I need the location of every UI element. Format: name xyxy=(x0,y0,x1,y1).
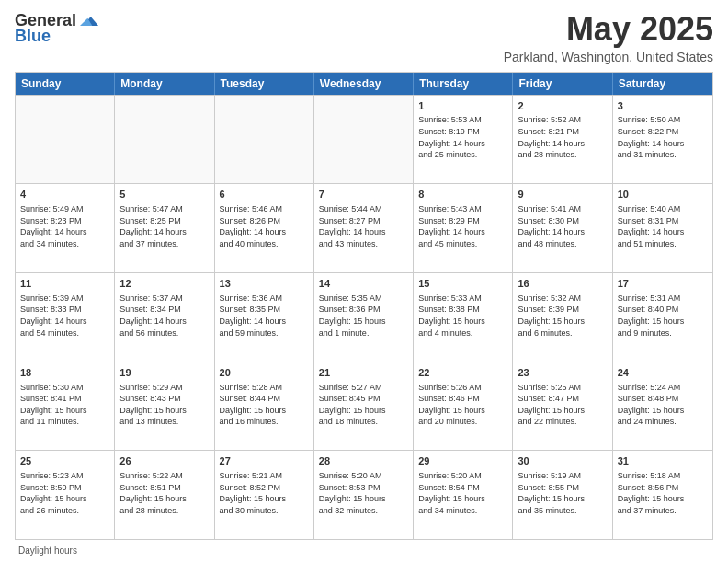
day-cell-11: 11Sunrise: 5:39 AM Sunset: 8:33 PM Dayli… xyxy=(16,273,115,362)
footer: Daylight hours xyxy=(15,546,713,556)
day-number: 30 xyxy=(518,454,607,468)
day-number: 25 xyxy=(20,454,109,468)
day-number: 1 xyxy=(418,99,507,113)
title-section: May 2025 Parkland, Washington, United St… xyxy=(504,11,713,64)
header-day-tuesday: Tuesday xyxy=(215,73,314,95)
day-content: Sunrise: 5:31 AM Sunset: 8:40 PM Dayligh… xyxy=(618,293,708,339)
day-content: Sunrise: 5:36 AM Sunset: 8:35 PM Dayligh… xyxy=(220,293,309,339)
day-number: 16 xyxy=(518,277,607,291)
header: General Blue May 2025 Parkland, Washingt… xyxy=(15,11,713,64)
logo: General Blue xyxy=(15,11,98,46)
day-content: Sunrise: 5:43 AM Sunset: 8:29 PM Dayligh… xyxy=(418,203,507,249)
logo-blue-text: Blue xyxy=(15,27,51,46)
day-content: Sunrise: 5:46 AM Sunset: 8:26 PM Dayligh… xyxy=(220,203,309,249)
day-number: 22 xyxy=(418,366,507,380)
day-number: 23 xyxy=(518,366,607,380)
day-number: 24 xyxy=(618,366,708,380)
day-content: Sunrise: 5:52 AM Sunset: 8:21 PM Dayligh… xyxy=(518,114,607,160)
day-content: Sunrise: 5:22 AM Sunset: 8:51 PM Dayligh… xyxy=(119,470,209,516)
day-cell-15: 15Sunrise: 5:33 AM Sunset: 8:38 PM Dayli… xyxy=(414,273,513,362)
day-content: Sunrise: 5:47 AM Sunset: 8:25 PM Dayligh… xyxy=(119,203,209,249)
calendar-row-1: 1Sunrise: 5:53 AM Sunset: 8:19 PM Daylig… xyxy=(16,95,712,184)
day-number: 11 xyxy=(20,277,109,291)
header-day-monday: Monday xyxy=(115,73,214,95)
day-cell-18: 18Sunrise: 5:30 AM Sunset: 8:41 PM Dayli… xyxy=(16,362,115,451)
day-cell-28: 28Sunrise: 5:20 AM Sunset: 8:53 PM Dayli… xyxy=(314,451,414,539)
day-content: Sunrise: 5:32 AM Sunset: 8:39 PM Dayligh… xyxy=(518,293,607,339)
day-number: 8 xyxy=(418,188,507,201)
calendar-row-3: 11Sunrise: 5:39 AM Sunset: 8:33 PM Dayli… xyxy=(16,272,712,362)
calendar-row-2: 4Sunrise: 5:49 AM Sunset: 8:23 PM Daylig… xyxy=(16,183,712,272)
day-number: 15 xyxy=(418,277,507,291)
day-cell-21: 21Sunrise: 5:27 AM Sunset: 8:45 PM Dayli… xyxy=(314,362,414,451)
day-number: 3 xyxy=(618,99,708,113)
day-content: Sunrise: 5:18 AM Sunset: 8:56 PM Dayligh… xyxy=(618,470,708,516)
logo-icon xyxy=(80,12,98,30)
day-content: Sunrise: 5:26 AM Sunset: 8:46 PM Dayligh… xyxy=(418,382,507,428)
day-cell-30: 30Sunrise: 5:19 AM Sunset: 8:55 PM Dayli… xyxy=(513,451,612,539)
day-content: Sunrise: 5:50 AM Sunset: 8:22 PM Dayligh… xyxy=(618,114,708,160)
day-content: Sunrise: 5:49 AM Sunset: 8:23 PM Dayligh… xyxy=(20,203,109,249)
header-day-saturday: Saturday xyxy=(613,73,712,95)
day-cell-2: 2Sunrise: 5:52 AM Sunset: 8:21 PM Daylig… xyxy=(513,96,612,184)
day-number: 20 xyxy=(220,366,309,380)
day-number: 13 xyxy=(220,277,309,291)
day-content: Sunrise: 5:37 AM Sunset: 8:34 PM Dayligh… xyxy=(119,293,209,339)
day-cell-14: 14Sunrise: 5:35 AM Sunset: 8:36 PM Dayli… xyxy=(314,273,414,362)
day-number: 4 xyxy=(20,188,109,201)
day-cell-empty-r0c1 xyxy=(115,96,214,184)
day-cell-1: 1Sunrise: 5:53 AM Sunset: 8:19 PM Daylig… xyxy=(414,96,513,184)
day-cell-22: 22Sunrise: 5:26 AM Sunset: 8:46 PM Dayli… xyxy=(414,362,513,451)
day-number: 5 xyxy=(119,188,209,201)
day-cell-empty-r0c3 xyxy=(314,96,414,184)
day-cell-27: 27Sunrise: 5:21 AM Sunset: 8:52 PM Dayli… xyxy=(215,451,314,539)
day-number: 21 xyxy=(319,366,408,380)
day-content: Sunrise: 5:40 AM Sunset: 8:31 PM Dayligh… xyxy=(618,203,708,249)
day-cell-12: 12Sunrise: 5:37 AM Sunset: 8:34 PM Dayli… xyxy=(115,273,214,362)
header-day-wednesday: Wednesday xyxy=(314,73,414,95)
day-cell-29: 29Sunrise: 5:20 AM Sunset: 8:54 PM Dayli… xyxy=(414,451,513,539)
day-number: 28 xyxy=(319,454,408,468)
day-cell-25: 25Sunrise: 5:23 AM Sunset: 8:50 PM Dayli… xyxy=(16,451,115,539)
day-content: Sunrise: 5:19 AM Sunset: 8:55 PM Dayligh… xyxy=(518,470,607,516)
day-cell-26: 26Sunrise: 5:22 AM Sunset: 8:51 PM Dayli… xyxy=(115,451,214,539)
day-cell-8: 8Sunrise: 5:43 AM Sunset: 8:29 PM Daylig… xyxy=(414,184,513,272)
day-cell-16: 16Sunrise: 5:32 AM Sunset: 8:39 PM Dayli… xyxy=(513,273,612,362)
day-content: Sunrise: 5:44 AM Sunset: 8:27 PM Dayligh… xyxy=(319,203,408,249)
day-cell-31: 31Sunrise: 5:18 AM Sunset: 8:56 PM Dayli… xyxy=(613,451,712,539)
day-content: Sunrise: 5:24 AM Sunset: 8:48 PM Dayligh… xyxy=(618,382,708,428)
day-content: Sunrise: 5:28 AM Sunset: 8:44 PM Dayligh… xyxy=(220,382,309,428)
header-day-thursday: Thursday xyxy=(414,73,513,95)
day-number: 10 xyxy=(618,188,708,201)
header-day-sunday: Sunday xyxy=(16,73,115,95)
day-content: Sunrise: 5:33 AM Sunset: 8:38 PM Dayligh… xyxy=(418,293,507,339)
day-cell-empty-r0c2 xyxy=(215,96,314,184)
day-number: 31 xyxy=(618,454,708,468)
day-number: 12 xyxy=(119,277,209,291)
day-cell-empty-r0c0 xyxy=(16,96,115,184)
calendar-row-5: 25Sunrise: 5:23 AM Sunset: 8:50 PM Dayli… xyxy=(16,450,712,539)
day-number: 29 xyxy=(418,454,507,468)
day-cell-20: 20Sunrise: 5:28 AM Sunset: 8:44 PM Dayli… xyxy=(215,362,314,451)
day-number: 6 xyxy=(220,188,309,201)
day-content: Sunrise: 5:27 AM Sunset: 8:45 PM Dayligh… xyxy=(319,382,408,428)
day-number: 18 xyxy=(20,366,109,380)
day-number: 2 xyxy=(518,99,607,113)
day-number: 26 xyxy=(119,454,209,468)
month-title: May 2025 xyxy=(504,11,713,48)
day-content: Sunrise: 5:21 AM Sunset: 8:52 PM Dayligh… xyxy=(220,470,309,516)
day-cell-5: 5Sunrise: 5:47 AM Sunset: 8:25 PM Daylig… xyxy=(115,184,214,272)
day-cell-7: 7Sunrise: 5:44 AM Sunset: 8:27 PM Daylig… xyxy=(314,184,414,272)
calendar: SundayMondayTuesdayWednesdayThursdayFrid… xyxy=(15,72,713,540)
day-number: 14 xyxy=(319,277,408,291)
calendar-header: SundayMondayTuesdayWednesdayThursdayFrid… xyxy=(16,73,712,95)
calendar-body: 1Sunrise: 5:53 AM Sunset: 8:19 PM Daylig… xyxy=(16,95,712,539)
day-content: Sunrise: 5:35 AM Sunset: 8:36 PM Dayligh… xyxy=(319,293,408,339)
day-cell-23: 23Sunrise: 5:25 AM Sunset: 8:47 PM Dayli… xyxy=(513,362,612,451)
day-cell-4: 4Sunrise: 5:49 AM Sunset: 8:23 PM Daylig… xyxy=(16,184,115,272)
day-cell-19: 19Sunrise: 5:29 AM Sunset: 8:43 PM Dayli… xyxy=(115,362,214,451)
day-content: Sunrise: 5:20 AM Sunset: 8:54 PM Dayligh… xyxy=(418,470,507,516)
location: Parkland, Washington, United States xyxy=(504,50,713,64)
day-content: Sunrise: 5:30 AM Sunset: 8:41 PM Dayligh… xyxy=(20,382,109,428)
day-cell-9: 9Sunrise: 5:41 AM Sunset: 8:30 PM Daylig… xyxy=(513,184,612,272)
